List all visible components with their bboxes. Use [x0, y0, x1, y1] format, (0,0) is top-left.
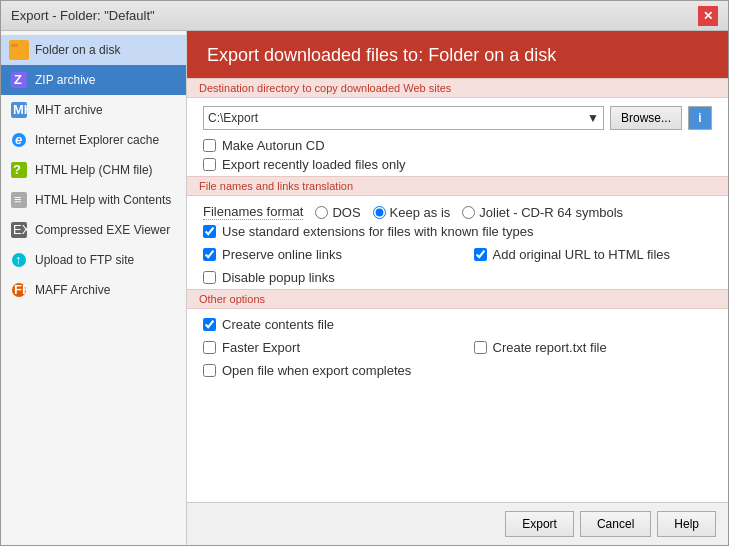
window: Export - Folder: "Default" ✕ Folder on a…	[0, 0, 729, 546]
preserve-online-label: Preserve online links	[222, 247, 342, 262]
open-file-label: Open file when export completes	[222, 363, 411, 378]
combo-arrow-icon: ▼	[587, 111, 599, 125]
faster-report-row: Faster Export Create report.txt file	[187, 336, 728, 359]
close-button[interactable]: ✕	[698, 6, 718, 26]
open-file-checkbox[interactable]	[203, 364, 216, 377]
preserve-addurl-row: Preserve online links Add original URL t…	[187, 243, 728, 266]
sidebar-label-ie: Internet Explorer cache	[35, 133, 159, 147]
use-standard-ext-row: Use standard extensions for files with k…	[203, 224, 712, 239]
compressed-icon: EXE	[9, 220, 29, 240]
make-autorun-label: Make Autorun CD	[222, 138, 325, 153]
content-area: Folder on a disk Z ZIP archive MHT MHT a…	[1, 31, 728, 545]
radio-keepasis[interactable]	[373, 206, 386, 219]
make-autorun-checkbox[interactable]	[203, 139, 216, 152]
filenames-section-label: File names and links translation	[187, 176, 728, 196]
cancel-button[interactable]: Cancel	[580, 511, 651, 537]
use-standard-ext-checkbox[interactable]	[203, 225, 216, 238]
radio-joliet-label: Joliet - CD-R 64 symbols	[479, 205, 623, 220]
export-recently-label: Export recently loaded files only	[222, 157, 406, 172]
preserve-online-row: Preserve online links	[203, 247, 442, 262]
radio-dos[interactable]	[315, 206, 328, 219]
add-original-url-checkbox[interactable]	[474, 248, 487, 261]
main-body: Destination directory to copy downloaded…	[187, 78, 728, 502]
main-panel: Export downloaded files to: Folder on a …	[187, 31, 728, 545]
sidebar-label-maff: MAFF Archive	[35, 283, 110, 297]
ftp-icon: ↑	[9, 250, 29, 270]
disable-popup-label: Disable popup links	[222, 270, 335, 285]
create-contents-checkbox[interactable]	[203, 318, 216, 331]
chm-icon: ?	[9, 160, 29, 180]
export-recently-row: Export recently loaded files only	[203, 157, 712, 172]
sidebar-item-html-help-contents[interactable]: ≡ HTML Help with Contents	[1, 185, 186, 215]
disable-popup-checkbox[interactable]	[203, 271, 216, 284]
radio-dos-option[interactable]: DOS	[315, 205, 360, 220]
ie-icon: e	[9, 130, 29, 150]
preserve-online-checkbox[interactable]	[203, 248, 216, 261]
radio-joliet-option[interactable]: Joliet - CD-R 64 symbols	[462, 205, 623, 220]
svg-rect-0	[11, 46, 27, 57]
faster-export-row: Faster Export	[203, 340, 442, 355]
directory-row: C:\Export ▼ Browse... i	[203, 106, 712, 130]
sidebar: Folder on a disk Z ZIP archive MHT MHT a…	[1, 31, 187, 545]
svg-text:?: ?	[13, 162, 21, 177]
sidebar-label-zip: ZIP archive	[35, 73, 95, 87]
sidebar-label-folder: Folder on a disk	[35, 43, 120, 57]
sidebar-item-ie-cache[interactable]: e Internet Explorer cache	[1, 125, 186, 155]
add-original-url-label: Add original URL to HTML files	[493, 247, 671, 262]
filenames-format-row: Filenames format DOS Keep as is Joliet -…	[203, 204, 712, 220]
svg-text:Z: Z	[14, 72, 22, 87]
radio-keepasis-option[interactable]: Keep as is	[373, 205, 451, 220]
htmlcontents-icon: ≡	[9, 190, 29, 210]
svg-text:e: e	[15, 132, 22, 147]
create-report-label: Create report.txt file	[493, 340, 607, 355]
radio-joliet[interactable]	[462, 206, 475, 219]
sidebar-label-compressed: Compressed EXE Viewer	[35, 223, 170, 237]
use-standard-ext-label: Use standard extensions for files with k…	[222, 224, 533, 239]
filenames-format-label: Filenames format	[203, 204, 303, 220]
window-title: Export - Folder: "Default"	[11, 8, 155, 23]
directory-value: C:\Export	[208, 111, 258, 125]
main-header: Export downloaded files to: Folder on a …	[187, 31, 728, 78]
add-original-url-row: Add original URL to HTML files	[474, 247, 713, 262]
sidebar-item-maff-archive[interactable]: FF MAFF Archive	[1, 275, 186, 305]
create-contents-label: Create contents file	[222, 317, 334, 332]
sidebar-label-mht: MHT archive	[35, 103, 103, 117]
help-button[interactable]: Help	[657, 511, 716, 537]
disable-popup-row: Disable popup links	[203, 270, 712, 285]
export-button[interactable]: Export	[505, 511, 574, 537]
svg-rect-1	[11, 44, 18, 47]
folder-icon	[9, 40, 29, 60]
sidebar-label-html-contents: HTML Help with Contents	[35, 193, 171, 207]
sidebar-item-ftp-upload[interactable]: ↑ Upload to FTP site	[1, 245, 186, 275]
radio-dos-label: DOS	[332, 205, 360, 220]
sidebar-item-compressed-exe[interactable]: EXE Compressed EXE Viewer	[1, 215, 186, 245]
info-button[interactable]: i	[688, 106, 712, 130]
directory-combo[interactable]: C:\Export ▼	[203, 106, 604, 130]
sidebar-item-folder-on-disk[interactable]: Folder on a disk	[1, 35, 186, 65]
make-autorun-row: Make Autorun CD	[203, 138, 712, 153]
faster-export-label: Faster Export	[222, 340, 300, 355]
mht-icon: MHT	[9, 100, 29, 120]
browse-button[interactable]: Browse...	[610, 106, 682, 130]
other-section-label: Other options	[187, 289, 728, 309]
bottom-bar: Export Cancel Help	[187, 502, 728, 545]
faster-export-checkbox[interactable]	[203, 341, 216, 354]
export-recently-checkbox[interactable]	[203, 158, 216, 171]
sidebar-label-ftp: Upload to FTP site	[35, 253, 134, 267]
maff-icon: FF	[9, 280, 29, 300]
title-bar: Export - Folder: "Default" ✕	[1, 1, 728, 31]
svg-text:EXE: EXE	[13, 222, 27, 237]
sidebar-label-chm: HTML Help (CHM file)	[35, 163, 153, 177]
main-title: Export downloaded files to: Folder on a …	[207, 45, 708, 66]
create-report-checkbox[interactable]	[474, 341, 487, 354]
svg-text:FF: FF	[14, 282, 27, 297]
sidebar-item-html-help[interactable]: ? HTML Help (CHM file)	[1, 155, 186, 185]
create-report-row: Create report.txt file	[474, 340, 713, 355]
sidebar-item-mht-archive[interactable]: MHT MHT archive	[1, 95, 186, 125]
sidebar-item-zip-archive[interactable]: Z ZIP archive	[1, 65, 186, 95]
svg-text:≡: ≡	[14, 192, 22, 207]
destination-section-label: Destination directory to copy downloaded…	[187, 78, 728, 98]
zip-icon: Z	[9, 70, 29, 90]
open-file-row: Open file when export completes	[203, 363, 712, 378]
svg-text:MHT: MHT	[13, 102, 27, 117]
